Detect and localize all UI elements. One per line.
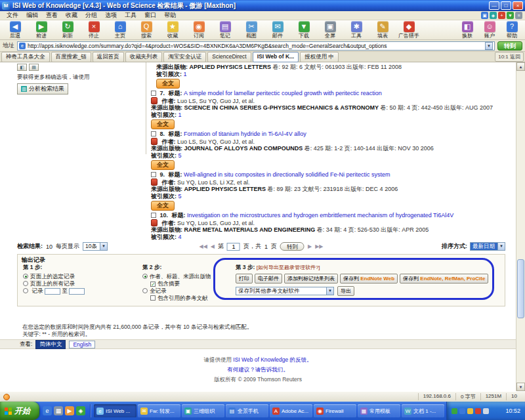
- toolbar-skin-button[interactable]: ◧换肤: [456, 21, 478, 39]
- export-button[interactable]: 导出: [337, 286, 354, 296]
- taskbar-button-2[interactable]: ▣三维组织: [182, 404, 224, 417]
- lang-zh-button[interactable]: 简体中文: [35, 340, 66, 349]
- per-page-select[interactable]: 10条▼: [83, 242, 108, 251]
- fav-tab-1[interactable]: 百度搜索_链: [51, 52, 91, 62]
- taskbar-button-6[interactable]: ▦常用模板: [358, 404, 400, 417]
- vertical-scrollbar[interactable]: ▲ ▼: [516, 62, 525, 391]
- toolbar-fullscreen-button[interactable]: ▣全屏: [317, 21, 343, 39]
- export-help-link[interactable]: [如何导出至题录管理软件?]: [257, 264, 320, 270]
- go-button[interactable]: 转到: [497, 41, 522, 51]
- menu-teal-icon[interactable]: ◈: [490, 12, 497, 19]
- address-input[interactable]: e http://apps.isiknowledge.com/summary.d…: [17, 41, 495, 51]
- maximize-button[interactable]: □: [501, 1, 511, 10]
- times-cited-link[interactable]: 5: [178, 193, 182, 200]
- record-title-link[interactable]: Investigation on the microstructures and…: [187, 212, 453, 219]
- toolbar-search-button[interactable]: Q搜索: [133, 21, 159, 39]
- collapse-panel-icon[interactable]: ◧: [17, 64, 27, 71]
- expand-panel-icon[interactable]: ▤: [29, 64, 39, 71]
- taskbar-button-3[interactable]: ▤全景手机: [226, 404, 268, 417]
- fav-tab-2[interactable]: 返回首页: [93, 52, 124, 62]
- taskbar-button-5[interactable]: ◉Firewall: [314, 404, 356, 417]
- menu-green-icon[interactable]: ▼: [507, 12, 514, 19]
- menu-item-窗口[interactable]: 窗口: [140, 11, 160, 20]
- fulltext-button[interactable]: 全文: [151, 160, 175, 170]
- radio-selected-records[interactable]: [23, 274, 28, 279]
- taskbar-button-1[interactable]: ✉Fw: 转发...: [138, 404, 180, 417]
- times-cited-link[interactable]: 4: [178, 234, 182, 240]
- radio-record-range[interactable]: [23, 288, 28, 293]
- fulltext-button[interactable]: 全文: [156, 79, 180, 89]
- menu-red-icon[interactable]: +: [498, 12, 505, 19]
- menu-item-编辑[interactable]: 编辑: [22, 11, 42, 20]
- toolbar-refresh-button[interactable]: ↻刷新: [54, 21, 81, 39]
- toolbar-download-button[interactable]: ▼下载: [291, 21, 317, 39]
- fav-tab-7[interactable]: 授权使用 中: [300, 52, 339, 62]
- close-button[interactable]: ×: [513, 1, 523, 10]
- fulltext-button[interactable]: 全文: [151, 119, 175, 129]
- page-number-input[interactable]: [227, 243, 240, 251]
- toolbar-stop-button[interactable]: ×停止: [81, 21, 107, 39]
- fulltext-provider-icon[interactable]: [151, 97, 158, 104]
- start-button[interactable]: 开始: [0, 402, 39, 420]
- menu-item-选项[interactable]: 选项: [101, 11, 121, 20]
- toolbar-back-button[interactable]: ◀后退: [2, 21, 28, 39]
- fulltext-provider-icon[interactable]: [151, 219, 158, 226]
- fav-tab-3[interactable]: 收藏夹列表: [125, 52, 163, 62]
- tray-network-icon[interactable]: [459, 408, 465, 414]
- fulltext-provider-icon[interactable]: [151, 138, 158, 145]
- toolbar-favorites-button[interactable]: ★收藏: [159, 21, 186, 39]
- toolbar-autofill-button[interactable]: ✎填表: [369, 21, 396, 39]
- minimize-button[interactable]: —: [489, 1, 499, 10]
- checkbox-include-abstract[interactable]: ✓: [150, 282, 156, 287]
- favbar-right-button[interactable]: 10:1 返回: [495, 52, 524, 62]
- menu-gray-icon[interactable]: ≡: [515, 12, 522, 19]
- times-cited-link[interactable]: 1: [178, 112, 182, 118]
- checkbox-cited-references[interactable]: [150, 295, 156, 301]
- radio-author-title-source[interactable]: [142, 274, 148, 279]
- taskbar-button-4[interactable]: AAdobe Ac...: [270, 404, 312, 417]
- record-checkbox[interactable]: [151, 172, 156, 177]
- menu-item-分组[interactable]: 分组: [81, 11, 101, 20]
- times-cited-link[interactable]: 1: [184, 71, 187, 77]
- sort-select[interactable]: 最新日期▼: [470, 242, 505, 251]
- tray-alert-icon[interactable]: [475, 408, 481, 414]
- quicklaunch-ie-icon[interactable]: e: [43, 406, 52, 415]
- radio-all-records[interactable]: [23, 281, 28, 286]
- toolbar-home-button[interactable]: ⌂主页: [107, 21, 133, 39]
- pagination-next-button[interactable]: ▶: [308, 243, 312, 249]
- goto-page-button[interactable]: 转到: [280, 242, 304, 251]
- toolbar-help-button[interactable]: ?帮助: [501, 21, 523, 39]
- feedback-link[interactable]: ISI Web of Knowledge 的反馈。: [233, 356, 312, 363]
- print-button[interactable]: 打印: [236, 274, 253, 284]
- lang-en-button[interactable]: English: [69, 341, 95, 348]
- range-from-input[interactable]: [45, 288, 60, 295]
- times-cited-link[interactable]: 5: [178, 152, 182, 159]
- taskbar-button-0[interactable]: eISI Web ...: [94, 404, 136, 417]
- quicklaunch-desktop-icon[interactable]: ▦: [54, 406, 63, 415]
- pagination-first-button[interactable]: ◀◀: [200, 243, 207, 249]
- fulltext-provider-icon[interactable]: [151, 178, 158, 186]
- fav-tab-4[interactable]: 淘宝安全认证: [163, 52, 206, 62]
- menu-blue-icon[interactable]: ▣: [481, 12, 488, 19]
- fav-tab-5[interactable]: ScienceDirect: [207, 52, 251, 62]
- fulltext-button[interactable]: 全文: [151, 201, 175, 211]
- record-title-link[interactable]: A simple model for lamellar peritectic c…: [184, 90, 382, 96]
- menu-item-帮助[interactable]: 帮助: [160, 11, 180, 20]
- email-button[interactable]: 电子邮件: [255, 274, 282, 284]
- pagination-last-button[interactable]: ▶▶: [315, 243, 323, 249]
- menu-item-文件[interactable]: 文件: [3, 11, 22, 20]
- fav-tab-0[interactable]: 神奇工具条大全: [1, 52, 50, 62]
- record-checkbox[interactable]: [151, 213, 156, 218]
- toolbar-forward-button[interactable]: ▶前进: [28, 21, 54, 39]
- suggestion-link[interactable]: 有何建议？请告诉我们。: [0, 366, 516, 374]
- scroll-up-icon[interactable]: ▲: [516, 62, 525, 71]
- menu-item-工具[interactable]: 工具: [121, 11, 140, 20]
- menu-item-查看[interactable]: 查看: [42, 11, 62, 20]
- toolbar-tools-button[interactable]: ✱工具: [343, 21, 369, 39]
- save-endnote-refman-button[interactable]: 保存到 EndNote, RefMan, ProCite: [400, 274, 488, 284]
- toolbar-rss-button[interactable]: ◉订阅: [186, 21, 212, 39]
- toolbar-snapshot-button[interactable]: ✂截图: [238, 21, 264, 39]
- toolbar-adhunter-button[interactable]: ◆广告猎手: [396, 21, 422, 39]
- toolbar-mail-button[interactable]: ✉邮件: [264, 21, 291, 39]
- save-other-software-select[interactable]: 保存到其他参考文献软件▼: [236, 287, 334, 295]
